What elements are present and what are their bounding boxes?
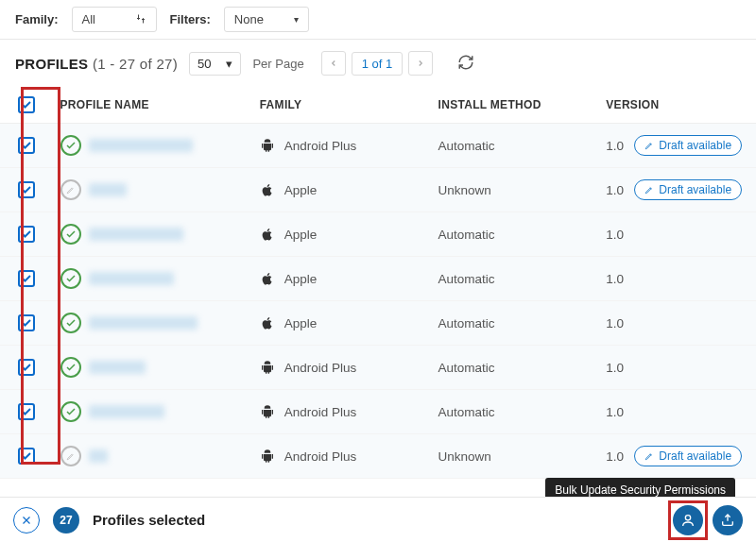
chevron-down-icon: ▾ <box>226 57 232 71</box>
version-value: 1.0 <box>606 316 624 330</box>
table-row[interactable]: AppleAutomatic1.0 <box>0 257 756 301</box>
filter-bar: Family: All Filters: None ▾ <box>0 0 756 40</box>
table-row[interactable]: AppleUnknown1.0 Draft available <box>0 168 756 212</box>
row-checkbox[interactable] <box>18 314 35 331</box>
profile-name-redacted <box>89 316 198 330</box>
table-row[interactable]: Android PlusAutomatic1.0 <box>0 346 756 390</box>
profiles-table: PROFILE NAME FAMILY INSTALL METHOD VERSI… <box>0 87 756 479</box>
android-icon <box>260 404 275 419</box>
col-header-install[interactable]: INSTALL METHOD <box>431 87 599 124</box>
page-size-select[interactable]: 50 ▾ <box>189 52 241 76</box>
pencil-icon <box>60 179 81 200</box>
family-value: Android Plus <box>284 405 357 419</box>
filters-select-value: None <box>234 12 264 26</box>
footer-actions <box>673 505 743 535</box>
family-value: Apple <box>284 316 318 330</box>
android-icon <box>260 449 275 464</box>
clear-selection-button[interactable] <box>13 507 40 534</box>
selection-label: Profiles selected <box>93 512 205 528</box>
pager-next-button[interactable] <box>408 51 433 76</box>
sort-icon <box>135 13 146 26</box>
table-row[interactable]: AppleAutomatic1.0 <box>0 301 756 346</box>
draft-available-button[interactable]: Draft available <box>634 179 742 200</box>
row-checkbox[interactable] <box>18 270 35 287</box>
col-header-check <box>0 87 53 124</box>
profiles-table-wrap: PROFILE NAME FAMILY INSTALL METHOD VERSI… <box>0 87 756 479</box>
table-toolbar: PROFILES (1 - 27 of 27) 50 ▾ Per Page 1 … <box>0 40 756 87</box>
version-value: 1.0 <box>606 361 624 375</box>
check-icon <box>60 401 81 422</box>
filters-label: Filters: <box>170 12 211 26</box>
bulk-security-button[interactable] <box>673 505 703 535</box>
profile-name-redacted <box>89 449 108 463</box>
col-header-name[interactable]: PROFILE NAME <box>53 87 252 124</box>
apple-icon <box>260 271 275 286</box>
family-select[interactable]: All <box>72 7 157 32</box>
version-value: 1.0 <box>606 228 624 242</box>
check-icon <box>60 135 81 156</box>
table-row[interactable]: Android PlusAutomatic1.0 <box>0 390 756 434</box>
table-row[interactable]: AppleAutomatic1.0 <box>0 212 756 257</box>
chevron-down-icon: ▾ <box>294 14 299 25</box>
check-icon <box>60 224 81 245</box>
export-button[interactable] <box>713 505 743 535</box>
family-value: Android Plus <box>284 361 357 375</box>
family-label: Family: <box>15 12 59 26</box>
row-checkbox[interactable] <box>18 226 35 243</box>
check-icon <box>60 268 81 289</box>
table-row[interactable]: Android PlusUnknown1.0 Draft available <box>0 434 756 479</box>
profile-name-redacted <box>89 228 183 241</box>
android-icon <box>260 360 275 375</box>
install-method: Automatic <box>431 212 599 257</box>
col-header-family[interactable]: FAMILY <box>252 87 431 124</box>
install-method: Automatic <box>431 390 599 434</box>
check-icon <box>60 313 81 333</box>
profiles-heading-label: PROFILES <box>15 56 88 72</box>
install-method: Automatic <box>431 301 599 346</box>
table-row[interactable]: Android PlusAutomatic1.0 Draft available <box>0 124 756 168</box>
draft-available-button[interactable]: Draft available <box>634 135 742 156</box>
apple-icon <box>260 182 275 197</box>
selection-footer: 27 Profiles selected <box>0 497 756 542</box>
select-all-checkbox[interactable] <box>18 96 35 113</box>
svg-point-0 <box>685 515 690 519</box>
per-page-label: Per Page <box>252 57 303 71</box>
page-size-value: 50 <box>198 57 211 71</box>
version-value: 1.0 <box>606 183 624 197</box>
version-value: 1.0 <box>606 449 624 464</box>
profile-name-redacted <box>89 183 127 196</box>
profile-name-redacted <box>89 361 146 374</box>
family-value: Android Plus <box>284 139 357 153</box>
version-value: 1.0 <box>606 139 624 153</box>
android-icon <box>260 138 275 153</box>
draft-available-button[interactable]: Draft available <box>634 446 742 466</box>
version-value: 1.0 <box>606 272 624 286</box>
install-method: Unknown <box>431 434 599 479</box>
pager-prev-button[interactable] <box>321 51 346 76</box>
family-value: Apple <box>284 272 318 286</box>
profiles-heading-range: (1 - 27 of 27) <box>93 56 178 72</box>
refresh-button[interactable] <box>457 54 474 74</box>
check-icon <box>60 357 81 378</box>
row-checkbox[interactable] <box>18 403 35 420</box>
profile-name-redacted <box>89 272 174 285</box>
pager: 1 of 1 <box>321 51 434 76</box>
row-checkbox[interactable] <box>18 181 35 198</box>
family-value: Apple <box>284 228 318 242</box>
install-method: Automatic <box>431 124 599 168</box>
row-checkbox[interactable] <box>18 448 35 465</box>
install-method: Unknown <box>431 168 599 212</box>
row-checkbox[interactable] <box>18 359 35 376</box>
install-method: Automatic <box>431 346 599 390</box>
profile-name-redacted <box>89 405 164 418</box>
apple-icon <box>260 227 275 242</box>
col-header-version[interactable]: VERSION <box>598 87 756 124</box>
family-value: Apple <box>284 183 318 197</box>
selection-count: 27 <box>53 507 79 534</box>
apple-icon <box>260 315 275 330</box>
filters-select[interactable]: None ▾ <box>224 7 309 32</box>
profile-name-redacted <box>89 139 193 152</box>
profiles-heading: PROFILES (1 - 27 of 27) <box>15 56 178 72</box>
row-checkbox[interactable] <box>18 137 35 154</box>
family-value: Android Plus <box>284 449 357 464</box>
